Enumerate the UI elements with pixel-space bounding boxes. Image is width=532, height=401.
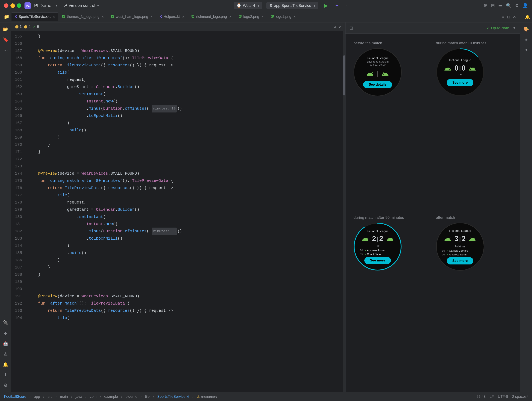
scorer-row-3: 85' ● Garfield Bernard [439,249,481,252]
toolbar-icon-2[interactable]: ⊟ [491,3,495,8]
see-more-button-3[interactable]: See more [447,257,473,265]
code-line-167: ) [29,119,343,127]
see-more-button-2[interactable]: See more [364,257,391,264]
sidebar-item-settings[interactable]: ⚙ [1,381,10,390]
code-line-185: .build() [29,249,343,257]
chevron-down[interactable]: ∨ [338,25,341,29]
code-scroll[interactable]: 155 156 157 158 159 160 161 162 163 164 … [11,31,345,392]
tab-close-icon[interactable]: × [53,15,55,19]
settings-icon[interactable]: ⚙ [515,3,519,8]
breadcrumb-example[interactable]: example [104,395,118,399]
device-selector[interactable]: ⌚ Wear 4 ▾ [234,2,262,9]
run-button[interactable]: ▶ [322,2,329,9]
breadcrumb-football[interactable]: FootballScore [4,395,26,399]
split-icon[interactable]: ⊟ [507,14,510,19]
chevron-up[interactable]: ∧ [334,25,337,29]
tab-close-icon[interactable]: × [262,15,263,19]
close-button[interactable] [4,3,8,8]
toolbar-icon-1[interactable]: ⊞ [484,3,488,8]
see-details-button[interactable]: See details [363,81,392,88]
debug-button[interactable]: ✦ [333,2,341,9]
statusbar: FootballScore › app › src › main › java … [0,392,532,401]
breadcrumb-java[interactable]: java [76,395,82,399]
service-dropdown-arrow[interactable]: ▾ [314,3,315,8]
preview-grid: before the match Fictional League Back r… [346,34,520,392]
profile-icon[interactable]: 👤 [523,3,528,8]
toolbar-icon-3[interactable]: ☰ [498,3,502,8]
folder-button[interactable]: 📁 [2,12,11,21]
version-control-arrow[interactable]: ▾ [97,3,99,8]
tab-list-icon[interactable]: ≡ [502,14,505,19]
main-layout: 📂 🔖 ⋯ 🔌 ◆ 🤖 ⚠ 🔔 ⬆ ⚙ [0,22,532,392]
tab-close-icon[interactable]: × [182,15,184,19]
preview-header: ⊡ ✓ Up-to-date ✦ [346,22,520,34]
sidebar-item-deploy[interactable]: ⬆ [1,370,10,379]
preview-toggle-icon[interactable]: ⊡ [349,25,353,31]
search-icon[interactable]: 🔍 [506,3,511,8]
see-more-button-1[interactable]: See more [447,79,473,86]
maximize-button[interactable] [17,3,21,8]
breadcrumb-file[interactable]: SportsTileService.kt [157,395,189,399]
tab-west-ham-logo[interactable]: 🖼 west_ham_logo.png × [108,12,156,21]
scrollbar-thumb[interactable] [343,55,345,95]
tab-themes-logo[interactable]: 🖼 themes_fc_logo.png × [59,12,107,21]
breadcrumb-tile[interactable]: tile [145,395,150,399]
tab-helpers[interactable]: K Helpers.kt × [156,12,188,21]
tab-logo2[interactable]: 🖼 logo2.png × [235,12,267,21]
add-preview-icon[interactable]: ✦ [512,25,516,31]
breadcrumb-main[interactable]: main [60,395,68,399]
breadcrumb-app[interactable]: app [34,395,40,399]
component-icon: ◈ [524,37,528,42]
expand-icon[interactable]: ⋯ [519,14,523,19]
warning-dot [15,25,19,28]
tab-logo1[interactable]: 🖼 logo1.png × [267,12,299,21]
scrollbar-track[interactable] [343,31,345,392]
breadcrumb-com[interactable]: com [90,395,96,399]
right-icon-3[interactable]: ✦ [522,46,531,55]
sidebar-item-project[interactable]: 📂 [1,25,10,34]
titlebar-center: ⌚ Wear 4 ▾ ⚙ app.SportsTileService ▾ ▶ ✦… [102,2,481,9]
device-label: Wear 4 [243,3,255,8]
minimize-button[interactable] [10,3,15,8]
sidebar-item-plugins[interactable]: 🔌 [1,318,10,327]
sidebar-item-notifications[interactable]: 🔔 [1,360,10,369]
more-button[interactable]: ⋮ [345,3,349,8]
tab-close-icon[interactable]: × [229,15,231,19]
scorer-name-1: Ambrose Norm [367,249,384,252]
scorer-min-2: 55' [357,253,363,256]
right-icon-2[interactable]: ◈ [522,35,531,44]
sidebar-item-android[interactable]: 🤖 [1,339,10,348]
sidebar-item-warnings[interactable]: ⚠ [1,350,10,358]
watch-teams-3: 3 | 2 [443,234,477,243]
tab-close-icon[interactable]: × [151,15,152,19]
right-icon-1[interactable]: 🎨 [522,25,531,34]
watch-wrapper-after: Fictional League 3 | 2 [436,222,484,271]
scorer-row-4: 70' ● Ambrose Norm [439,253,481,256]
tab-richmond-logo[interactable]: 🖼 richmond_logo.png × [188,12,234,21]
app-dropdown-arrow[interactable]: ▾ [55,3,57,8]
device-dropdown-arrow[interactable]: ▾ [258,3,259,8]
code-line-156 [29,40,343,47]
warning-count-4: 4 [29,25,31,29]
version-control[interactable]: ⎇ Version control ▾ [63,3,99,8]
close-tab-icon[interactable]: ✕ [513,14,516,19]
preview-cell-80min: during match after 80 minutes Fictional … [350,213,433,387]
sidebar-item-bookmarks[interactable]: 🔖 [1,35,10,44]
scorer-min-3: 85' [439,249,445,252]
tab-sports-tile-service[interactable]: K SportsTileService.kt × [11,12,58,21]
sidebar-item-more[interactable]: ⋯ [1,46,10,55]
code-line-176: return TilePreviewData({ resources() }) … [29,185,343,192]
service-selector[interactable]: ⚙ app.SportsTileService ▾ [266,2,318,9]
tab-close-icon[interactable]: × [294,15,296,19]
sidebar-item-design[interactable]: ◆ [1,329,10,338]
breadcrumb-src[interactable]: src [48,395,52,399]
titlebar: PL PLDemo ▾ ⎇ Version control ▾ ⌚ Wear 4… [0,0,532,11]
notification-icon[interactable]: 🔔 [525,14,530,19]
breadcrumb-sep-5: › [85,395,87,399]
tab-close-icon[interactable]: × [102,15,104,19]
code-line-174: @Preview(device = WearDevices.SMALL_ROUN… [29,170,343,177]
breadcrumb-resources[interactable]: ⚠resources [197,395,217,399]
breadcrumb-pldemo[interactable]: pldemo [126,395,137,399]
line-ending: LF [490,395,494,399]
service-icon: ⚙ [269,3,272,8]
